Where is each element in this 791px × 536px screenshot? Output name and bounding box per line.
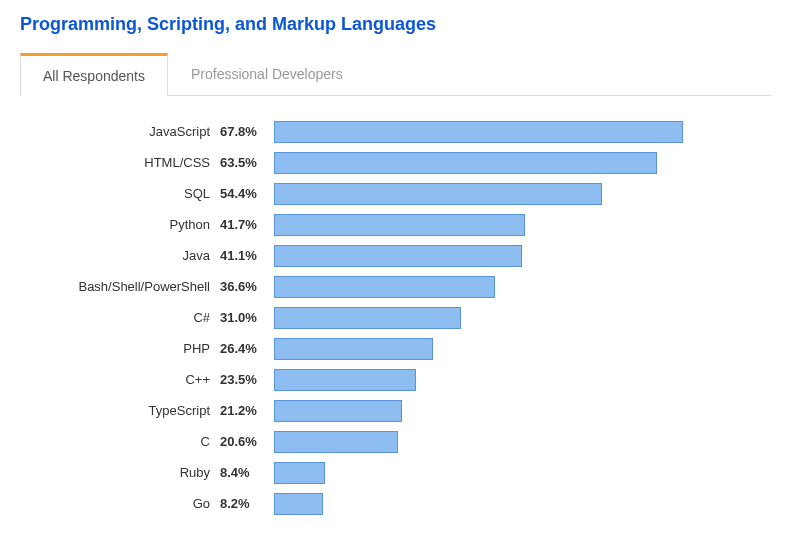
bar-label: Bash/Shell/PowerShell xyxy=(40,279,220,294)
bar-value: 67.8% xyxy=(220,124,274,139)
chart-row: Java41.1% xyxy=(40,240,771,271)
bar-track xyxy=(274,276,696,298)
bar-fill xyxy=(274,214,525,236)
chart-row: C#31.0% xyxy=(40,302,771,333)
bar-track xyxy=(274,152,696,174)
bar-value: 63.5% xyxy=(220,155,274,170)
chart-row: C20.6% xyxy=(40,426,771,457)
tab-all-respondents[interactable]: All Respondents xyxy=(20,53,168,96)
bar-label: Python xyxy=(40,217,220,232)
chart-row: C++23.5% xyxy=(40,364,771,395)
chart-row: HTML/CSS63.5% xyxy=(40,147,771,178)
bar-fill xyxy=(274,152,657,174)
chart-row: JavaScript67.8% xyxy=(40,116,771,147)
bar-value: 54.4% xyxy=(220,186,274,201)
bar-fill xyxy=(274,245,522,267)
bar-track xyxy=(274,183,696,205)
tab-professional-developers[interactable]: Professional Developers xyxy=(168,53,366,95)
bar-fill xyxy=(274,462,325,484)
bar-value: 26.4% xyxy=(220,341,274,356)
bar-value: 23.5% xyxy=(220,372,274,387)
chart-row: Ruby8.4% xyxy=(40,457,771,488)
bar-fill xyxy=(274,369,416,391)
bar-label: Go xyxy=(40,496,220,511)
chart-row: Python41.7% xyxy=(40,209,771,240)
bar-label: Ruby xyxy=(40,465,220,480)
chart-row: SQL54.4% xyxy=(40,178,771,209)
bar-track xyxy=(274,214,696,236)
bar-fill xyxy=(274,121,683,143)
bar-value: 36.6% xyxy=(220,279,274,294)
bar-fill xyxy=(274,338,433,360)
bar-track xyxy=(274,369,696,391)
bar-track xyxy=(274,462,696,484)
bar-value: 31.0% xyxy=(220,310,274,325)
bar-fill xyxy=(274,183,602,205)
bar-chart: JavaScript67.8%HTML/CSS63.5%SQL54.4%Pyth… xyxy=(20,116,771,519)
bar-fill xyxy=(274,400,402,422)
chart-title: Programming, Scripting, and Markup Langu… xyxy=(20,14,771,35)
bar-label: HTML/CSS xyxy=(40,155,220,170)
bar-value: 41.1% xyxy=(220,248,274,263)
bar-value: 41.7% xyxy=(220,217,274,232)
chart-row: TypeScript21.2% xyxy=(40,395,771,426)
chart-row: Bash/Shell/PowerShell36.6% xyxy=(40,271,771,302)
bar-label: Java xyxy=(40,248,220,263)
bar-fill xyxy=(274,276,495,298)
tabs-container: All Respondents Professional Developers xyxy=(20,53,771,96)
chart-row: PHP26.4% xyxy=(40,333,771,364)
bar-value: 20.6% xyxy=(220,434,274,449)
bar-label: C xyxy=(40,434,220,449)
bar-label: PHP xyxy=(40,341,220,356)
bar-value: 8.4% xyxy=(220,465,274,480)
bar-fill xyxy=(274,493,323,515)
bar-fill xyxy=(274,431,398,453)
bar-value: 21.2% xyxy=(220,403,274,418)
bar-label: JavaScript xyxy=(40,124,220,139)
bar-fill xyxy=(274,307,461,329)
bar-track xyxy=(274,245,696,267)
bar-label: TypeScript xyxy=(40,403,220,418)
bar-label: SQL xyxy=(40,186,220,201)
bar-track xyxy=(274,121,696,143)
bar-track xyxy=(274,493,696,515)
bar-track xyxy=(274,338,696,360)
bar-track xyxy=(274,431,696,453)
chart-row: Go8.2% xyxy=(40,488,771,519)
bar-label: C# xyxy=(40,310,220,325)
bar-value: 8.2% xyxy=(220,496,274,511)
bar-track xyxy=(274,307,696,329)
bar-label: C++ xyxy=(40,372,220,387)
bar-track xyxy=(274,400,696,422)
